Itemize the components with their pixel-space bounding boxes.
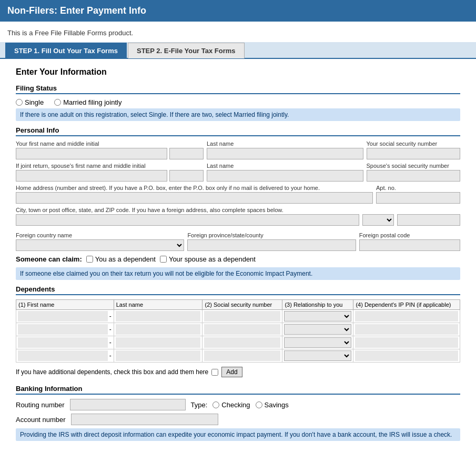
someone-claim-label: Someone can claim:: [16, 255, 82, 263]
home-address-label: Home address (number and street). If you…: [16, 185, 373, 191]
personal-row1: Your first name and middle initial Last …: [16, 140, 460, 159]
filing-single-radio[interactable]: [16, 99, 23, 106]
apt-input[interactable]: [376, 192, 460, 204]
dep4-last-input[interactable]: [116, 350, 201, 361]
dep-first-name-cell: -: [16, 310, 114, 323]
spouse-dependent-label[interactable]: Your spouse as a dependent: [160, 255, 256, 263]
foreign-postal-input[interactable]: [359, 239, 460, 251]
banking-heading: Banking Information: [16, 385, 460, 395]
first-name-input[interactable]: [16, 148, 167, 159]
address-row: Home address (number and street). If you…: [16, 185, 460, 204]
dep-col4-header: (3) Relationship to you: [282, 300, 353, 310]
account-number-input[interactable]: [71, 414, 218, 425]
routing-number-input[interactable]: [70, 399, 186, 410]
dep4-first-input[interactable]: [18, 350, 108, 361]
joint-last-name-group: Last name: [207, 163, 363, 182]
dep1-first-input[interactable]: [18, 311, 108, 322]
spouse-ssn-group: Spouse's social security number: [367, 163, 461, 182]
dep3-last-input[interactable]: [116, 337, 201, 348]
savings-label[interactable]: Savings: [256, 401, 289, 409]
dep-rel-cell: [282, 349, 353, 363]
foreign-country-group: Foreign country name: [16, 232, 184, 251]
joint-last-name-input[interactable]: [207, 170, 363, 182]
filing-single-label[interactable]: Single: [16, 98, 44, 106]
middle-initial-input[interactable]: [169, 148, 204, 159]
filing-status-options: Single Married filing jointly: [16, 98, 460, 106]
ssn-input[interactable]: [367, 148, 461, 159]
checking-label[interactable]: Checking: [212, 401, 250, 409]
foreign-province-input[interactable]: [187, 239, 356, 251]
personal-row2: If joint return, spouse's first name and…: [16, 163, 460, 182]
account-number-row: Account number: [16, 414, 460, 425]
spouse-ssn-input[interactable]: [367, 170, 461, 182]
joint-first-name-label: If joint return, spouse's first name and…: [16, 163, 204, 169]
foreign-province-group: Foreign province/state/county: [187, 232, 356, 251]
foreign-province-label: Foreign province/state/county: [187, 232, 356, 238]
add-button[interactable]: Add: [221, 367, 242, 377]
dep4-rel-select[interactable]: [284, 350, 351, 361]
dep1-ssn-input[interactable]: [204, 311, 280, 322]
joint-first-name-group: If joint return, spouse's first name and…: [16, 163, 204, 182]
city-input[interactable]: [16, 214, 359, 226]
joint-first-name-input[interactable]: [16, 170, 167, 182]
zip-input[interactable]: [397, 214, 460, 226]
dep2-rel-select[interactable]: [284, 324, 351, 335]
ssn-group: Your social security number: [367, 140, 461, 159]
dep3-pin-input[interactable]: [355, 337, 458, 348]
filing-married-radio[interactable]: [54, 99, 61, 106]
last-name-label: Last name: [207, 140, 363, 147]
page-header: Non-Filers: Enter Payment Info: [0, 0, 476, 22]
tab-step2[interactable]: STEP 2. E-File Your Tax Forms: [128, 43, 245, 58]
dep3-rel-select[interactable]: [284, 337, 351, 348]
dep-ssn-cell: [202, 310, 282, 323]
dep-col1-header: (1) First name: [16, 300, 114, 310]
foreign-postal-group: Foreign postal code: [359, 232, 460, 251]
dep-pin-cell: [353, 336, 460, 349]
spouse-ssn-label: Spouse's social security number: [367, 163, 461, 169]
dep-col3-header: (2) Social security number: [202, 300, 282, 310]
account-label: Account number: [16, 416, 66, 424]
dep-col2-header: Last name: [114, 300, 202, 310]
form-section-title: Enter Your Information: [16, 67, 460, 77]
filing-status-heading: Filing Status: [16, 84, 460, 94]
dep1-rel-select[interactable]: [284, 311, 351, 322]
add-dependents-checkbox[interactable]: [211, 369, 218, 376]
dep1-last-input[interactable]: [116, 311, 201, 322]
foreign-postal-label: Foreign postal code: [359, 232, 460, 238]
dep1-pin-input[interactable]: [355, 311, 458, 322]
filing-married-label[interactable]: Married filing jointly: [54, 98, 121, 106]
tabs-bar: STEP 1. Fill Out Your Tax Forms STEP 2. …: [0, 42, 476, 59]
dep4-pin-input[interactable]: [355, 350, 458, 361]
home-address-input[interactable]: [16, 192, 373, 204]
routing-label: Routing number: [16, 401, 65, 409]
savings-radio[interactable]: [256, 401, 262, 408]
dep-rel-cell: [282, 336, 353, 349]
you-dependent-checkbox[interactable]: [86, 256, 93, 263]
you-dependent-label[interactable]: You as a dependent: [86, 255, 156, 263]
state-select[interactable]: ALAKAZARCA: [362, 214, 394, 226]
tab-step1[interactable]: STEP 1. Fill Out Your Tax Forms: [5, 43, 127, 58]
city-label: City, town or post office, state, and ZI…: [16, 207, 460, 213]
table-row: -: [16, 349, 460, 363]
dep-rel-cell: [282, 310, 353, 323]
dep3-first-input[interactable]: [18, 337, 108, 348]
table-row: -: [16, 336, 460, 349]
apt-group: Apt. no.: [376, 185, 460, 204]
dep2-pin-input[interactable]: [355, 324, 458, 335]
joint-middle-initial-input[interactable]: [169, 170, 204, 182]
apt-label: Apt. no.: [376, 185, 460, 191]
dep2-first-input[interactable]: [18, 324, 108, 335]
checking-radio[interactable]: [212, 401, 219, 408]
dep3-ssn-input[interactable]: [204, 337, 280, 348]
spouse-dependent-checkbox[interactable]: [160, 256, 167, 263]
last-name-input[interactable]: [207, 148, 363, 159]
dep-pin-cell: [353, 349, 460, 363]
dep2-last-input[interactable]: [116, 324, 201, 335]
foreign-country-select[interactable]: [16, 239, 184, 251]
foreign-country-label: Foreign country name: [16, 232, 184, 238]
personal-info-heading: Personal Info: [16, 126, 460, 136]
dep2-ssn-input[interactable]: [204, 324, 280, 335]
dependents-heading: Dependents: [16, 285, 460, 295]
dep-first-name-cell: -: [16, 336, 114, 349]
dep4-ssn-input[interactable]: [204, 350, 280, 361]
